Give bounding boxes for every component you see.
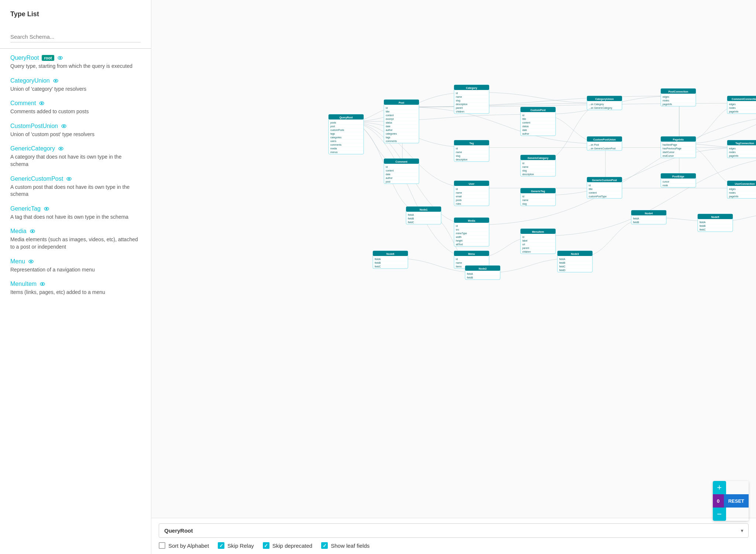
svg-text:id: id [589, 184, 591, 187]
graph-node[interactable]: CommentConnectionedgesnodespageInfo [727, 96, 756, 114]
type-name-link[interactable]: Comment [10, 100, 36, 107]
chevron-down-icon: ▾ [741, 528, 743, 533]
svg-text:QueryRoot: QueryRoot [339, 116, 353, 119]
eye-icon[interactable] [39, 281, 45, 287]
graph-node[interactable]: Node4fieldAfieldB [631, 210, 666, 224]
svg-point-9 [60, 148, 61, 149]
eye-icon[interactable] [28, 259, 34, 264]
svg-text:id: id [522, 162, 524, 165]
graph-node[interactable]: Commentidcontentdateauthorpost [384, 159, 419, 184]
svg-text:tags: tags [330, 132, 335, 135]
control-label-show_leaf_fields: Show leaf fields [331, 543, 370, 549]
reset-button[interactable]: RESET [724, 494, 749, 508]
graph-node[interactable]: MediaidsrcmimeTypewidthheightaltText [454, 218, 489, 246]
checkbox-visual-sort_alphabet [159, 542, 165, 549]
graph-node[interactable]: Node6fieldAfieldBfieldC [373, 251, 408, 269]
svg-text:name: name [522, 166, 529, 168]
type-name-link[interactable]: GenericTag [10, 205, 41, 212]
svg-text:...on GenericCustomPost: ...on GenericCustomPost [589, 147, 616, 150]
eye-icon[interactable] [30, 228, 35, 234]
graph-node[interactable]: CustomPostUnion...on Post...on GenericCu… [587, 136, 622, 150]
type-name-link[interactable]: CategoryUnion [10, 77, 50, 84]
graph-node[interactable]: UserConnectionedgesnodespageInfo [727, 181, 756, 198]
svg-text:url: url [522, 243, 525, 246]
type-description: Media elements (such as images, videos, … [10, 236, 141, 250]
type-item: MenuItemItems (links, pages, etc) added … [10, 281, 141, 296]
graph-node[interactable]: PostEdgecursornode [661, 173, 696, 187]
graph-node[interactable]: Node1fieldAfieldBfieldC [406, 207, 441, 224]
type-name-link[interactable]: Media [10, 228, 27, 235]
control-item-show_leaf_fields[interactable]: ✓Show leaf fields [321, 542, 370, 549]
control-item-skip_deprecated[interactable]: ✓Skip deprecated [263, 542, 312, 549]
eye-icon[interactable] [44, 206, 49, 212]
graph-node[interactable]: Node2fieldAfieldB [465, 266, 500, 280]
graph-node[interactable]: Node5fieldAfieldBfieldC [698, 214, 733, 232]
graph-node[interactable]: Postidtitlecontentexcerptstatusdateautho… [384, 100, 419, 143]
svg-text:author: author [386, 177, 393, 179]
graph-node[interactable]: CustomPostidtitlecontentstatusdateauthor [520, 107, 556, 136]
query-root-selector[interactable]: QueryRoot ▾ [159, 523, 749, 538]
svg-text:id: id [456, 188, 458, 190]
type-description: Items (links, pages, etc) added to a men… [10, 289, 141, 296]
type-name-link[interactable]: MenuItem [10, 281, 37, 287]
eye-icon[interactable] [39, 100, 45, 106]
graph-node[interactable]: PostConnectionedgesnodespageInfo [661, 89, 696, 106]
checkbox-visual-skip_deprecated: ✓ [263, 542, 269, 549]
search-input[interactable] [10, 31, 141, 42]
eye-icon[interactable] [58, 146, 64, 152]
svg-text:fieldA: fieldA [559, 258, 566, 260]
sidebar-title: Type List [10, 10, 141, 18]
type-name-link[interactable]: GenericCustomPost [10, 176, 63, 182]
type-name-link[interactable]: GenericCategory [10, 145, 55, 152]
svg-text:cursor: cursor [663, 180, 670, 183]
type-name-row: CategoryUnion [10, 77, 141, 84]
graph-node[interactable]: QueryRootpostspostcustomPoststagscategor… [329, 114, 364, 154]
type-name-link[interactable]: CustomPostUnion [10, 123, 58, 129]
graph-node[interactable]: Useridnameemailpostsroles [454, 181, 489, 206]
svg-text:name: name [456, 191, 462, 194]
svg-text:customPostType: customPostType [589, 195, 606, 198]
control-item-sort_alphabet[interactable]: Sort by Alphabet [159, 542, 209, 549]
graph-area[interactable]: QueryRootpostspostcustomPoststagscategor… [151, 0, 756, 518]
graph-node[interactable]: TagConnectionedgesnodespageInfo [727, 140, 756, 158]
type-item: CustomPostUnionUnion of 'custom post' ty… [10, 123, 141, 138]
svg-text:post: post [386, 180, 390, 183]
type-name-link[interactable]: Menu [10, 258, 25, 265]
graph-node[interactable]: GenericCustomPostidtitlecontentcustomPos… [587, 177, 622, 198]
type-item: GenericCategoryA category that does not … [10, 145, 141, 168]
svg-text:customPosts: customPosts [330, 129, 344, 131]
svg-text:author: author [522, 132, 529, 135]
svg-text:name: name [522, 199, 529, 201]
eye-icon[interactable] [57, 55, 63, 61]
graph-node[interactable]: PageInfohasNextPagehasPreviousPagestartC… [661, 136, 696, 158]
svg-text:date: date [386, 125, 391, 128]
type-name-link[interactable]: QueryRoot [10, 55, 39, 61]
svg-text:pageInfo: pageInfo [729, 155, 739, 157]
graph-node[interactable]: GenericCategoryidnameslugdescription [520, 155, 556, 176]
main-area: QueryRootpostspostcustomPoststagscategor… [151, 0, 756, 554]
type-name-row: QueryRootroot [10, 55, 141, 61]
svg-text:description: description [522, 173, 534, 176]
zoom-out-button[interactable]: − [713, 508, 726, 521]
graph-node[interactable]: Node3fieldAfieldBfieldCfieldD [557, 251, 592, 272]
svg-text:Node4: Node4 [645, 212, 653, 215]
zoom-in-button[interactable]: + [713, 481, 726, 494]
graph-node[interactable]: CategoryUnion...on Category...on Generic… [587, 96, 622, 110]
graph-node[interactable]: MenuItemidlabelurlparentchildren [520, 229, 556, 254]
eye-icon[interactable] [53, 78, 59, 84]
svg-text:items: items [456, 265, 462, 268]
eye-icon[interactable] [61, 123, 67, 129]
svg-text:menus: menus [330, 151, 338, 153]
svg-text:...on GenericCategory: ...on GenericCategory [589, 107, 612, 110]
graph-node[interactable]: Tagidnameslugdescription [454, 140, 489, 162]
eye-icon[interactable] [66, 176, 72, 182]
svg-text:comments: comments [386, 140, 397, 142]
svg-text:posts: posts [330, 121, 336, 124]
graph-node[interactable]: GenericTagidnameslug [520, 188, 556, 206]
svg-text:PostEdge: PostEdge [672, 175, 684, 178]
control-item-skip_relay[interactable]: ✓Skip Relay [218, 542, 254, 549]
graph-node[interactable]: Categoryidnameslugdescriptionparentchild… [454, 85, 489, 114]
type-item: CommentComments added to custom posts [10, 100, 141, 115]
svg-text:id: id [386, 107, 388, 109]
svg-text:name: name [456, 151, 462, 153]
